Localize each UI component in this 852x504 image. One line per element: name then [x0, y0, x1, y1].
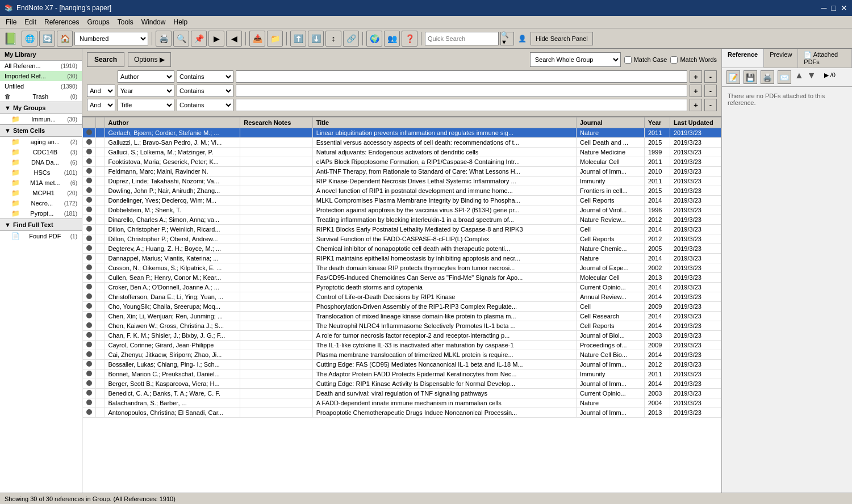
tab-preview[interactable]: Preview: [764, 49, 798, 68]
table-row[interactable]: Dillon, Christopher P.; Weinlich, Ricard…: [83, 225, 721, 234]
table-row[interactable]: Feldmann, Marc; Maini, Ravinder N. Anti-…: [83, 167, 721, 177]
table-row[interactable]: Balachandran, S.; Barber, ... A FADD-dep…: [83, 398, 721, 408]
col-updated[interactable]: Last Updated: [670, 117, 721, 128]
col-notes[interactable]: Research Notes: [240, 117, 313, 128]
sidebar-aging[interactable]: 📁 aging an... (2): [0, 137, 82, 147]
table-row[interactable]: Dillon, Christopher P.; Oberst, Andrew..…: [83, 234, 721, 244]
menu-window[interactable]: Window: [138, 17, 169, 27]
rpanel-save-btn[interactable]: 💾: [744, 70, 757, 84]
table-row[interactable]: Croker, Ben A.; O'Donnell, Joanne A.; ..…: [83, 283, 721, 292]
sidebar-necro[interactable]: 📁 Necro... (172): [0, 198, 82, 208]
table-row[interactable]: Dowling, John P.; Nair, Anirudh; Zhang..…: [83, 186, 721, 196]
sidebar-mcph1[interactable]: 📁 MCPH1 (20): [0, 188, 82, 198]
table-row[interactable]: Dondelinger, Yves; Declercq, Wim; M... M…: [83, 196, 721, 205]
toolbar-btn6[interactable]: ⬇️: [308, 31, 324, 47]
rpanel-up-arrow[interactable]: ▲: [795, 70, 804, 84]
sidebar-all-references[interactable]: All Referen... (1910): [0, 61, 82, 71]
minimize-button[interactable]: ─: [821, 3, 827, 12]
close-button[interactable]: ✕: [841, 3, 847, 12]
sidebar-trash[interactable]: 🗑 Trash (0): [0, 91, 82, 102]
sidebar-m1a[interactable]: 📁 M1A met... (6): [0, 178, 82, 188]
menu-groups[interactable]: Groups: [83, 17, 112, 27]
match-case-checkbox[interactable]: [624, 56, 632, 64]
table-row[interactable]: Dannappel, Marius; Vlantis, Katerina; ..…: [83, 254, 721, 263]
table-row[interactable]: Dobbelstein, M.; Shenk, T. Protection ag…: [83, 205, 721, 215]
sidebar-dna-damage[interactable]: 📁 DNA Da... (6): [0, 157, 82, 167]
toolbar-print-btn[interactable]: 🖨️: [156, 31, 172, 47]
toolbar-btn10[interactable]: 👥: [384, 31, 400, 47]
toolbar-btn3[interactable]: 📥: [249, 31, 265, 47]
table-row[interactable]: Benedict, C. A.; Banks, T. A.; Ware, C. …: [83, 389, 721, 398]
options-button[interactable]: Options ▶: [128, 52, 171, 67]
sidebar-unfiled[interactable]: Unfiled (1390): [0, 81, 82, 91]
table-row[interactable]: Galluzzi, L.; Bravo-San Pedro, J. M.; Vi…: [83, 138, 721, 148]
menu-tools[interactable]: Tools: [114, 17, 137, 27]
toolbar-btn9[interactable]: 🌍: [366, 31, 382, 47]
search-connector-3[interactable]: AndOrNot: [87, 99, 115, 111]
hide-search-panel-button[interactable]: Hide Search Panel: [531, 32, 593, 45]
rpanel-print-btn[interactable]: 🖨️: [761, 70, 774, 84]
stem-cells-header[interactable]: ▼ Stem Cells: [0, 124, 82, 137]
sidebar-group-immun[interactable]: 📁 Immun... (30): [0, 114, 82, 124]
table-row[interactable]: Chan, F. K. M.; Shisler, J.; Bixby, J. G…: [83, 331, 721, 341]
table-row[interactable]: Cullen, Sean P.; Henry, Conor M.; Kear..…: [83, 273, 721, 283]
toolbar-btn5[interactable]: ⬆️: [290, 31, 306, 47]
sidebar-hscs[interactable]: 📁 HSCs (101): [0, 167, 82, 178]
search-button[interactable]: Search: [87, 52, 124, 67]
table-row[interactable]: Galluci, S.; Lolkema, M.; Matzinger, P. …: [83, 148, 721, 157]
menu-file[interactable]: File: [2, 17, 20, 27]
tab-attached-pdfs[interactable]: 📄 Attached PDFs: [798, 49, 852, 68]
toolbar-back2-btn[interactable]: ◀: [226, 31, 242, 47]
toolbar-btn8[interactable]: 🔗: [343, 31, 359, 47]
menu-help[interactable]: Help: [170, 17, 191, 27]
table-row[interactable]: Bonnet, Marion C.; Preukschat, Daniel...…: [83, 369, 721, 379]
col-dot[interactable]: [83, 117, 96, 128]
table-row[interactable]: Cayrol, Corinne; Girard, Jean-Philippe T…: [83, 341, 721, 350]
search-add-row-2[interactable]: +: [690, 85, 702, 97]
search-add-row-1[interactable]: +: [690, 70, 702, 83]
tab-reference[interactable]: Reference: [722, 49, 764, 68]
search-scope-select[interactable]: Search Whole Group: [530, 52, 621, 67]
rpanel-email-btn[interactable]: ✉️: [778, 70, 791, 84]
search-condition-2[interactable]: Contains: [177, 85, 233, 97]
toolbar-search-btn[interactable]: 🔍: [173, 31, 189, 47]
toolbar-btn7[interactable]: ↕️: [325, 31, 341, 47]
col-author[interactable]: Author: [105, 117, 240, 128]
my-groups-header[interactable]: ▼ My Groups: [0, 102, 82, 114]
toolbar-refresh-btn[interactable]: 🔄: [39, 31, 55, 47]
search-condition-3[interactable]: Contains: [177, 99, 233, 111]
quick-search-input[interactable]: [425, 32, 499, 45]
toolbar-back-btn[interactable]: 🌐: [22, 31, 37, 47]
menu-references[interactable]: References: [41, 17, 82, 27]
sidebar-found-pdf[interactable]: 📄 Found PDF (1): [0, 231, 82, 241]
table-row[interactable]: Chen, Kaiwen W.; Gross, Christina J.; S.…: [83, 321, 721, 331]
table-row[interactable]: Cho, YoungSik; Challa, Sreerupa; Moq... …: [83, 302, 721, 312]
toolbar-btn4[interactable]: 📁: [267, 31, 283, 47]
col-journal[interactable]: Journal: [577, 117, 645, 128]
col-pdf[interactable]: [95, 117, 105, 128]
table-row[interactable]: Cusson, N.; Oikemus, S.; Kilpatrick, E. …: [83, 263, 721, 273]
table-row[interactable]: Gerlach, Bjoern; Cordier, Stefanie M.; .…: [83, 128, 721, 138]
style-select[interactable]: Numbered: [74, 32, 148, 45]
col-year[interactable]: Year: [645, 117, 670, 128]
search-connector-2[interactable]: AndOrNot: [87, 85, 115, 97]
search-remove-row-3[interactable]: -: [704, 99, 717, 111]
col-title[interactable]: Title: [312, 117, 576, 128]
search-field-1[interactable]: AuthorYearTitle: [118, 70, 174, 83]
match-words-checkbox[interactable]: [670, 56, 678, 64]
search-remove-row-1[interactable]: -: [704, 70, 717, 83]
table-row[interactable]: Antonopoulos, Christina; El Sanadi, Car.…: [83, 408, 721, 418]
table-row[interactable]: Chen, Xin; Li, Wenjuan; Ren, Junming; ..…: [83, 312, 721, 321]
search-remove-row-2[interactable]: -: [704, 85, 717, 97]
table-row[interactable]: Duprez, Linde; Takahashi, Nozomi; Va... …: [83, 177, 721, 186]
rpanel-down-arrow[interactable]: ▼: [807, 70, 816, 84]
toolbar-home-btn[interactable]: 🏠: [57, 31, 73, 47]
quick-search-button[interactable]: 🔍▼: [500, 32, 514, 45]
search-field-2[interactable]: YearAuthorTitle: [118, 85, 174, 97]
menu-edit[interactable]: Edit: [21, 17, 40, 27]
search-value-2[interactable]: [236, 85, 687, 97]
search-value-1[interactable]: [236, 70, 687, 83]
table-row[interactable]: Christofferson, Dana E.; Li, Ying; Yuan,…: [83, 292, 721, 302]
rpanel-new-ref-btn[interactable]: 📝: [726, 70, 740, 84]
table-row[interactable]: Cai, Zhenyu; Jitkaew, Siriporn; Zhao, Ji…: [83, 350, 721, 360]
